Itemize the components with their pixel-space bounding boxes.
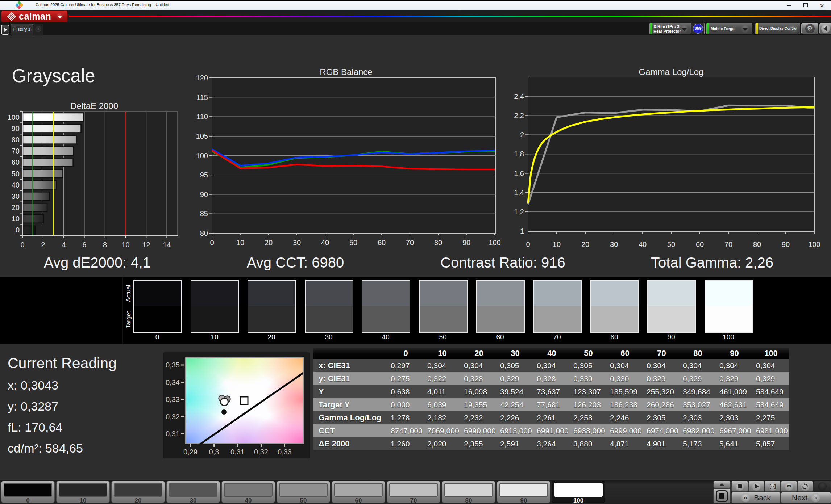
svg-text:100: 100: [196, 152, 208, 160]
svg-text:14: 14: [163, 241, 171, 249]
svg-text:1,6: 1,6: [514, 169, 524, 177]
svg-text:1,8: 1,8: [514, 150, 524, 158]
svg-text:30: 30: [293, 239, 301, 247]
svg-text:80: 80: [12, 136, 20, 144]
svg-text:2,2: 2,2: [514, 112, 524, 119]
svg-text:100: 100: [489, 239, 500, 247]
svg-text:0,35: 0,35: [166, 361, 180, 369]
svg-text:90: 90: [12, 125, 20, 133]
svg-text:70: 70: [406, 239, 414, 247]
svg-text:90: 90: [782, 240, 790, 248]
svg-text:0,33: 0,33: [278, 448, 292, 456]
svg-text:105: 105: [196, 132, 208, 140]
svg-text:90: 90: [200, 190, 208, 198]
svg-text:95: 95: [200, 171, 208, 179]
svg-text:10: 10: [236, 239, 244, 247]
svg-text:85: 85: [200, 210, 208, 218]
svg-text:80: 80: [200, 229, 208, 237]
svg-text:80: 80: [434, 239, 442, 247]
svg-text:4: 4: [62, 241, 66, 249]
svg-text:20: 20: [12, 203, 20, 211]
svg-text:70: 70: [724, 240, 732, 248]
svg-text:1,2: 1,2: [514, 208, 524, 216]
svg-text:0,3: 0,3: [209, 448, 219, 456]
svg-text:8: 8: [103, 241, 107, 249]
svg-text:100: 100: [808, 240, 820, 248]
svg-text:0,31: 0,31: [230, 448, 245, 456]
svg-text:6: 6: [82, 241, 86, 249]
svg-text:70: 70: [12, 147, 20, 155]
svg-text:2: 2: [41, 241, 45, 249]
svg-text:DeltaE 2000: DeltaE 2000: [70, 101, 118, 111]
svg-text:115: 115: [196, 93, 208, 101]
svg-text:20: 20: [581, 240, 589, 248]
svg-text:12: 12: [142, 241, 150, 249]
svg-text:0,29: 0,29: [183, 448, 198, 456]
svg-text:2: 2: [520, 131, 524, 139]
svg-text:60: 60: [12, 158, 20, 166]
svg-text:100: 100: [8, 113, 20, 121]
svg-text:10: 10: [121, 241, 129, 249]
svg-text:0: 0: [526, 240, 530, 248]
svg-text:2,4: 2,4: [514, 92, 524, 100]
svg-text:80: 80: [753, 240, 761, 248]
svg-text:40: 40: [321, 239, 329, 247]
svg-text:90: 90: [462, 239, 470, 247]
svg-text:RGB Balance: RGB Balance: [320, 67, 372, 77]
svg-text:0: 0: [16, 226, 20, 234]
svg-text:40: 40: [12, 181, 20, 189]
svg-text:120: 120: [196, 74, 208, 82]
svg-text:0: 0: [20, 241, 24, 249]
svg-text:0,31: 0,31: [166, 430, 180, 438]
svg-text:0,32: 0,32: [254, 448, 268, 456]
svg-text:30: 30: [610, 240, 618, 248]
svg-text:10: 10: [553, 240, 561, 248]
svg-text:50: 50: [667, 240, 675, 248]
svg-text:10: 10: [12, 215, 20, 223]
svg-text:40: 40: [639, 240, 647, 248]
svg-text:Gamma Log/Log: Gamma Log/Log: [639, 67, 704, 77]
svg-text:50: 50: [12, 170, 20, 178]
svg-text:30: 30: [12, 192, 20, 200]
svg-text:1: 1: [520, 227, 524, 235]
svg-text:0,32: 0,32: [166, 413, 180, 421]
svg-text:110: 110: [196, 113, 208, 121]
svg-text:60: 60: [696, 240, 704, 248]
svg-text:50: 50: [349, 239, 357, 247]
svg-text:0: 0: [210, 239, 214, 247]
svg-text:0,33: 0,33: [166, 395, 180, 403]
svg-text:20: 20: [265, 239, 273, 247]
svg-text:1,4: 1,4: [514, 189, 524, 197]
svg-text:60: 60: [378, 239, 386, 247]
svg-text:0,34: 0,34: [166, 378, 180, 386]
